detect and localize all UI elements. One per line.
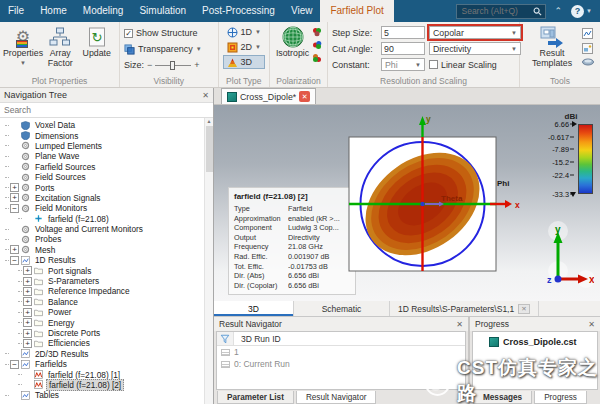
- tree-item[interactable]: +Port signals: [2, 265, 203, 275]
- close-icon[interactable]: ✕: [518, 304, 529, 314]
- help-dropdown-icon[interactable]: ▼: [586, 8, 592, 14]
- panel-tab[interactable]: Result Navigator: [296, 391, 377, 404]
- tree-item[interactable]: Plane Wave: [2, 151, 203, 161]
- coordinate-triad[interactable]: y x z: [534, 219, 594, 295]
- tree-item[interactable]: farfield (f=21.08): [2, 214, 203, 224]
- tree-item[interactable]: +Power: [2, 307, 203, 317]
- slider-thumb[interactable]: [170, 61, 175, 70]
- tree-item[interactable]: +Mesh: [2, 245, 203, 255]
- menu-home[interactable]: Home: [32, 0, 75, 22]
- menu-file[interactable]: File: [0, 0, 32, 22]
- tree-expander-icon[interactable]: −: [10, 360, 19, 369]
- step-size-input[interactable]: [381, 26, 425, 39]
- output-select[interactable]: Directivity ▼: [429, 42, 521, 55]
- tree-item[interactable]: Field Sources: [2, 172, 203, 182]
- tree-item[interactable]: +Energy: [2, 317, 203, 327]
- transparency-button[interactable]: Transparency ▼: [124, 41, 214, 57]
- update-button[interactable]: ↻ Update: [79, 25, 116, 68]
- tree-item[interactable]: farfield (f=21.08) [2]: [2, 380, 203, 390]
- tree-item[interactable]: Lumped Elements: [2, 141, 203, 151]
- close-icon[interactable]: ✕: [588, 320, 595, 329]
- chart-tool-icon[interactable]: [582, 28, 593, 39]
- view-tab[interactable]: 3D: [214, 301, 294, 316]
- tree-expander-icon[interactable]: +: [23, 329, 32, 338]
- progress-project-item[interactable]: Cross_Dipole.cst: [473, 332, 597, 347]
- cut-angle-input[interactable]: [381, 42, 425, 55]
- size-slider[interactable]: − +: [147, 60, 200, 70]
- tree-item[interactable]: +Discrete Ports: [2, 328, 203, 338]
- farfield-plot[interactable]: Theta Phi x y: [342, 111, 532, 301]
- tree-item[interactable]: 2D/3D Results: [2, 349, 203, 359]
- tree-item[interactable]: +Balance: [2, 297, 203, 307]
- checkbox-checked-icon[interactable]: ✓: [124, 29, 133, 38]
- search-icon[interactable]: [533, 7, 542, 16]
- tree-expander-icon[interactable]: +: [23, 287, 32, 296]
- tree-expander-icon[interactable]: +: [23, 308, 32, 317]
- tree-expander-icon[interactable]: +: [10, 193, 19, 202]
- tree-item[interactable]: +Excitation Signals: [2, 193, 203, 203]
- show-structure-checkbox[interactable]: ✓ Show Structure: [124, 25, 214, 41]
- menu-post-processing[interactable]: Post-Processing: [194, 0, 283, 22]
- array-factor-button[interactable]: Array Factor: [42, 25, 79, 68]
- tree-item[interactable]: +Efficiencies: [2, 338, 203, 348]
- tree-item[interactable]: +Reference Impedance: [2, 286, 203, 296]
- tree-expander-icon[interactable]: +: [23, 297, 32, 306]
- checkbox-unchecked-icon[interactable]: [429, 60, 438, 69]
- legend-max-marker[interactable]: [572, 121, 577, 127]
- scroll-up-icon[interactable]: ▲: [207, 118, 212, 124]
- tree-item[interactable]: Voltage and Current Monitors: [2, 224, 203, 234]
- polarization-option-icon[interactable]: [312, 53, 322, 63]
- plot-2d-button[interactable]: 2D ▼: [223, 40, 265, 54]
- tree-expander-icon[interactable]: −: [10, 204, 19, 213]
- search-input[interactable]: [460, 5, 533, 17]
- tree-expander-icon[interactable]: +: [10, 245, 19, 254]
- tree-item[interactable]: Voxel Data: [2, 120, 203, 130]
- menu-modeling[interactable]: Modeling: [75, 0, 132, 22]
- linear-scaling-checkbox[interactable]: Linear Scaling: [429, 60, 521, 70]
- polarization-option-icon[interactable]: [312, 27, 322, 37]
- panel-tab[interactable]: Parameter List: [217, 391, 294, 404]
- global-search[interactable]: [456, 4, 546, 19]
- doc-tab-cross-dipole[interactable]: Cross_Dipole* ✕: [221, 88, 316, 104]
- tree-item[interactable]: −Field Monitors: [2, 203, 203, 213]
- tree-item[interactable]: −1D Results: [2, 255, 203, 265]
- tree-expander-icon[interactable]: +: [23, 318, 32, 327]
- tree-expander-icon[interactable]: +: [10, 183, 19, 192]
- menu-view[interactable]: View: [283, 0, 321, 22]
- tab-farfield-plot[interactable]: Farfield Plot: [320, 0, 393, 22]
- tree-expander-icon[interactable]: −: [10, 256, 19, 265]
- polarization-option-icon[interactable]: [312, 40, 322, 50]
- constant-select[interactable]: Phi ▼: [381, 58, 425, 71]
- plot-1d-button[interactable]: 1D ▼: [223, 25, 265, 39]
- legend-min-marker[interactable]: [570, 192, 576, 197]
- tree-item[interactable]: Farfield Sources: [2, 162, 203, 172]
- tree-expander-icon[interactable]: +: [23, 339, 32, 348]
- properties-button[interactable]: ⚙ Properties ▼: [4, 25, 42, 68]
- tree-expander-icon[interactable]: +: [23, 277, 32, 286]
- tree-item[interactable]: +Ports: [2, 182, 203, 192]
- scrollbar-thumb[interactable]: [206, 126, 213, 172]
- close-icon[interactable]: ✕: [202, 91, 209, 100]
- tree-item[interactable]: Tables: [2, 390, 203, 400]
- 3d-viewport[interactable]: farfield (f=21.08) [2] TypeFarfieldAppro…: [214, 105, 600, 301]
- tree-scrollbar[interactable]: ▲: [204, 118, 213, 404]
- tree-item[interactable]: −Farfields: [2, 359, 203, 369]
- view-tab[interactable]: 1D Results\S-Parameters\S1,1✕: [390, 301, 539, 316]
- isotropic-button[interactable]: Isotropic: [274, 25, 311, 65]
- tree-item[interactable]: Dimensions: [2, 130, 203, 140]
- component-select[interactable]: Copolar ▼: [429, 26, 521, 39]
- menu-simulation[interactable]: Simulation: [131, 0, 194, 22]
- help-icon[interactable]: ?: [571, 5, 584, 18]
- close-icon[interactable]: ✕: [299, 91, 310, 102]
- image-tool-icon[interactable]: [582, 43, 593, 54]
- collapse-ribbon-icon[interactable]: ⌃: [555, 6, 563, 16]
- filter-button[interactable]: [217, 332, 234, 345]
- column-header[interactable]: 3D Run ID: [234, 334, 281, 344]
- tree-expander-icon[interactable]: +: [23, 266, 32, 275]
- plot-3d-button[interactable]: 3D: [223, 55, 265, 69]
- tree-item[interactable]: +S-Parameters: [2, 276, 203, 286]
- close-icon[interactable]: ✕: [456, 320, 463, 329]
- result-templates-button[interactable]: Result Templates: [524, 25, 580, 68]
- view-tab[interactable]: Schematic: [294, 301, 390, 316]
- tree-item[interactable]: Probes: [2, 234, 203, 244]
